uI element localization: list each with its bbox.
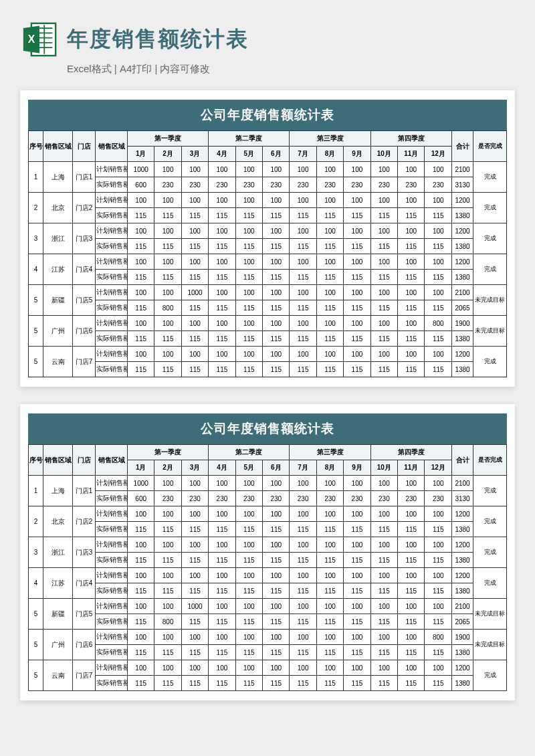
cell-total: 3130	[452, 491, 473, 506]
cell-value: 100	[181, 660, 208, 676]
cell-value: 115	[316, 362, 343, 377]
cell-value: 115	[398, 614, 425, 630]
cell-value: 100	[235, 630, 262, 645]
cell-value: 100	[235, 254, 262, 270]
cell-done: 完成	[473, 254, 507, 285]
cell-value: 100	[128, 568, 154, 583]
cell-value: 100	[128, 223, 154, 239]
cell-value: 115	[370, 522, 397, 537]
cell-value: 115	[370, 583, 397, 599]
cell-value: 115	[128, 614, 154, 630]
cell-done: 完成	[473, 347, 507, 377]
cell-rowtype: 计划销售额	[96, 316, 128, 331]
cell-total: 2065	[452, 614, 473, 630]
cell-rowtype: 计划销售额	[96, 568, 128, 583]
cell-value: 100	[263, 223, 290, 239]
cell-done: 未完成目标	[473, 630, 507, 660]
cell-value: 115	[209, 270, 235, 285]
cell-value: 100	[154, 316, 181, 331]
table-row: 实际销售额11511511511511511511511511511511511…	[29, 239, 507, 254]
cell-index: 5	[29, 630, 43, 660]
cell-rowtype: 计划销售额	[96, 599, 128, 614]
cell-value: 100	[290, 506, 316, 522]
cell-region: 浙江	[43, 537, 73, 568]
cell-total: 1900	[452, 316, 473, 331]
table-row: 2北京门店2计划销售额10010010010010010010010010010…	[29, 193, 507, 208]
cell-value: 100	[398, 285, 425, 300]
cell-value: 100	[344, 476, 370, 491]
cell-value: 115	[370, 239, 397, 254]
cell-value: 100	[154, 162, 181, 177]
table-row: 实际销售额11511511511511511511511511511511511…	[29, 208, 507, 223]
cell-value: 100	[370, 162, 397, 177]
cell-done: 完成	[473, 506, 507, 537]
cell-value: 100	[370, 193, 397, 208]
cell-value: 100	[344, 537, 370, 553]
cell-done: 未完成目标	[473, 285, 507, 316]
cell-index: 2	[29, 193, 43, 223]
cell-value: 115	[209, 362, 235, 377]
cell-value: 115	[235, 645, 262, 660]
cell-value: 800	[425, 630, 452, 645]
cell-value: 100	[370, 316, 397, 331]
col-month: 2月	[154, 147, 181, 162]
cell-value: 100	[154, 660, 181, 676]
cell-value: 100	[209, 347, 235, 362]
cell-value: 115	[181, 300, 208, 316]
cell-value: 230	[235, 491, 262, 506]
cell-value: 115	[316, 331, 343, 347]
cell-value: 100	[235, 660, 262, 676]
cell-value: 115	[128, 270, 154, 285]
cell-value: 115	[398, 270, 425, 285]
col-type: 销售区域	[96, 131, 128, 162]
cell-value: 100	[128, 285, 154, 300]
cell-value: 100	[425, 537, 452, 553]
col-month: 10月	[370, 460, 397, 476]
cell-value: 100	[263, 285, 290, 300]
cell-value: 100	[316, 630, 343, 645]
cell-value: 100	[263, 193, 290, 208]
cell-value: 100	[370, 599, 397, 614]
cell-value: 115	[154, 239, 181, 254]
cell-value: 115	[181, 676, 208, 691]
cell-value: 115	[290, 553, 316, 568]
cell-value: 100	[316, 599, 343, 614]
cell-value: 100	[290, 660, 316, 676]
col-quarter: 第四季度	[370, 445, 451, 460]
cell-value: 115	[128, 553, 154, 568]
cell-value: 100	[263, 537, 290, 553]
table-row: 2北京门店2计划销售额10010010010010010010010010010…	[29, 506, 507, 522]
cell-value: 115	[263, 645, 290, 660]
page-title: 年度销售额统计表	[67, 25, 249, 54]
cell-value: 100	[209, 254, 235, 270]
cell-value: 100	[316, 537, 343, 553]
cell-value: 115	[263, 208, 290, 223]
cell-value: 115	[425, 522, 452, 537]
col-type: 销售区域	[96, 445, 128, 476]
cell-value: 100	[290, 316, 316, 331]
cell-rowtype: 实际销售额	[96, 553, 128, 568]
col-month: 1月	[128, 460, 154, 476]
cell-value: 115	[290, 208, 316, 223]
cell-value: 100	[370, 347, 397, 362]
cell-rowtype: 实际销售额	[96, 645, 128, 660]
cell-value: 100	[344, 599, 370, 614]
cell-value: 115	[290, 239, 316, 254]
cell-total: 2100	[452, 285, 473, 300]
cell-total: 1380	[452, 239, 473, 254]
cell-value: 100	[316, 316, 343, 331]
cell-value: 115	[263, 583, 290, 599]
cell-store: 门店6	[73, 316, 96, 347]
table-row: 5广州门店6计划销售额10010010010010010010010010010…	[29, 630, 507, 645]
cell-value: 115	[209, 583, 235, 599]
cell-value: 115	[209, 239, 235, 254]
cell-value: 100	[316, 506, 343, 522]
cell-value: 100	[263, 162, 290, 177]
cell-region: 新疆	[43, 599, 73, 630]
cell-value: 115	[209, 208, 235, 223]
cell-value: 100	[181, 506, 208, 522]
cell-store: 门店2	[73, 506, 96, 537]
cell-value: 115	[425, 270, 452, 285]
cell-store: 门店1	[73, 476, 96, 506]
cell-value: 115	[181, 645, 208, 660]
